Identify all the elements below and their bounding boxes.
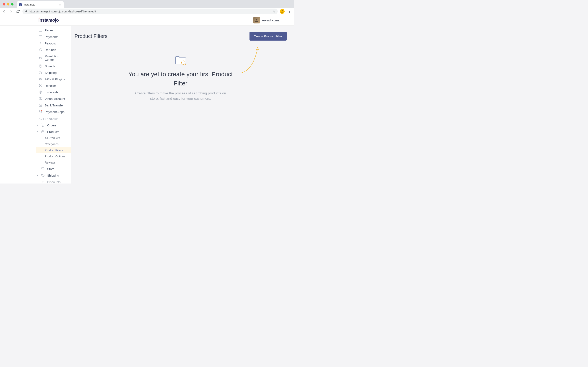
sidebar-item-virtual-account[interactable]: Virtual Account	[36, 95, 71, 102]
sidebar-item-label: Shipping	[45, 71, 57, 75]
sidebar-item-label: Discounts	[47, 180, 61, 184]
sidebar-item-products[interactable]: ▾ Products	[36, 128, 71, 135]
sidebar-item-pages[interactable]: Pages	[36, 27, 71, 33]
sidebar-item-orders[interactable]: ▸ Orders	[36, 122, 71, 128]
resolution-icon	[39, 56, 42, 60]
back-button[interactable]	[2, 9, 7, 14]
main-header: Product Filters Create Product Filter	[75, 32, 287, 41]
sidebar-item-label: Reseller	[45, 84, 56, 87]
sidebar-item-spends[interactable]: Spends	[36, 63, 71, 69]
avatar	[253, 17, 260, 24]
cash-icon	[39, 90, 42, 94]
sidebar-subitem-categories[interactable]: Categories	[36, 141, 71, 147]
minimize-window-button[interactable]	[7, 3, 9, 6]
sidebar-item-label: Instacash	[45, 91, 58, 94]
maximize-window-button[interactable]	[11, 3, 13, 6]
truck-icon	[41, 174, 45, 177]
tab-favicon	[19, 3, 22, 6]
bookmark-button[interactable]: ☆	[272, 9, 275, 13]
sidebar-item-label: Orders	[47, 124, 57, 127]
svg-rect-17	[41, 112, 42, 113]
svg-point-2	[282, 10, 283, 11]
payout-icon	[39, 42, 42, 45]
create-product-filter-button[interactable]: Create Product Filter	[250, 32, 287, 41]
sidebar-item-apis-plugins[interactable]: APIs & Plugins	[36, 76, 71, 82]
tab-title: Instamojo	[24, 3, 57, 6]
caret-icon: ▸	[36, 124, 39, 126]
sidebar-item-label: Refunds	[45, 48, 56, 52]
caret-icon: ▸	[36, 181, 39, 183]
svg-point-1	[20, 4, 21, 5]
sidebar-subitem-product-filters[interactable]: Product Filters	[36, 147, 71, 153]
sidebar-item-label: Payment Apps	[45, 110, 65, 114]
receipt-icon	[39, 64, 42, 68]
sidebar-item-resolution-center[interactable]: Resolution Center	[36, 53, 71, 63]
products-icon	[41, 130, 45, 133]
store-icon	[41, 167, 45, 171]
browser-menu-button[interactable]: ⋮	[287, 9, 292, 13]
caret-icon: ▸	[36, 174, 39, 176]
sidebar-item-shipping[interactable]: Shipping	[36, 69, 71, 76]
sidebar-item-label: Spends	[45, 64, 55, 68]
sidebar-item-label: Virtual Account	[45, 97, 65, 100]
sidebar-item-shipping-store[interactable]: ▸ Shipping	[36, 172, 71, 179]
url-text: https://manage.instamojo.com/dashboard/t…	[29, 10, 270, 13]
browser-profile-button[interactable]	[280, 9, 285, 14]
tab-close-button[interactable]: ×	[58, 3, 62, 6]
orders-icon	[41, 123, 45, 127]
svg-point-6	[40, 57, 41, 58]
svg-point-3	[256, 19, 258, 20]
sidebar-subitem-product-options[interactable]: Product Options	[36, 153, 71, 159]
lock-icon	[25, 10, 27, 13]
svg-point-11	[39, 84, 40, 85]
sidebar-item-payouts[interactable]: Payouts	[36, 40, 71, 47]
svg-point-21	[43, 176, 44, 176]
new-tab-button[interactable]: +	[64, 2, 71, 8]
close-window-button[interactable]	[3, 3, 5, 6]
sidebar-item-discounts[interactable]: ▸ Discounts	[36, 179, 71, 184]
sidebar-subitem-reviews[interactable]: Reviews	[36, 159, 71, 166]
address-bar[interactable]: https://manage.instamojo.com/dashboard/t…	[22, 8, 278, 14]
empty-state-title: You are yet to create your first Product…	[128, 69, 234, 88]
svg-point-20	[42, 176, 43, 176]
svg-rect-18	[42, 131, 44, 133]
app-header: • instamojo Arvind Kumar	[0, 15, 294, 26]
sidebar-item-instacash[interactable]: Instacash	[36, 89, 71, 95]
sidebar-item-label: Resolution Center	[45, 54, 69, 61]
page-title: Product Filters	[75, 33, 107, 39]
sidebar-item-reseller[interactable]: Reseller	[36, 82, 71, 89]
forward-button[interactable]	[9, 9, 13, 14]
caret-icon: ▾	[36, 131, 39, 133]
reload-button[interactable]	[16, 9, 20, 14]
code-icon	[39, 77, 42, 81]
sidebar-item-bank-transfer[interactable]: Bank Transfer	[36, 102, 71, 108]
browser-tab[interactable]: Instamojo ×	[17, 1, 64, 8]
svg-rect-4	[39, 29, 42, 31]
browser-tab-bar: Instamojo × +	[0, 0, 294, 8]
percent-icon	[39, 84, 42, 87]
sidebar-item-label: Store	[47, 167, 54, 171]
notification-badge	[41, 110, 43, 111]
svg-rect-5	[39, 35, 42, 38]
link-icon	[39, 26, 42, 26]
arrow-illustration	[238, 45, 260, 75]
svg-rect-8	[39, 72, 41, 73]
sidebar-item-label: Bank Transfer	[45, 104, 64, 107]
logo[interactable]: • instamojo	[38, 17, 59, 23]
chart-icon	[39, 35, 42, 39]
sidebar-item-store[interactable]: ▸ Store	[36, 166, 71, 172]
sidebar-item-payments[interactable]: Payments	[36, 33, 71, 40]
svg-point-9	[39, 73, 40, 74]
sidebar-subitem-all-products[interactable]: All Products	[36, 135, 71, 141]
discount-icon	[41, 180, 45, 184]
sidebar-item-label: Pages	[45, 29, 53, 32]
sidebar-item-refunds[interactable]: Refunds	[36, 47, 71, 53]
sidebar-item-payment-apps[interactable]: Payment Apps	[36, 108, 71, 115]
caret-icon: ▸	[36, 168, 39, 170]
svg-point-22	[42, 181, 43, 182]
refund-icon	[39, 48, 42, 52]
user-menu[interactable]: Arvind Kumar	[253, 17, 286, 24]
sidebar-item-label: Payment Links	[45, 26, 65, 26]
empty-state: You are yet to create your first Product…	[75, 47, 287, 101]
sidebar-item-label: Payments	[45, 35, 58, 39]
